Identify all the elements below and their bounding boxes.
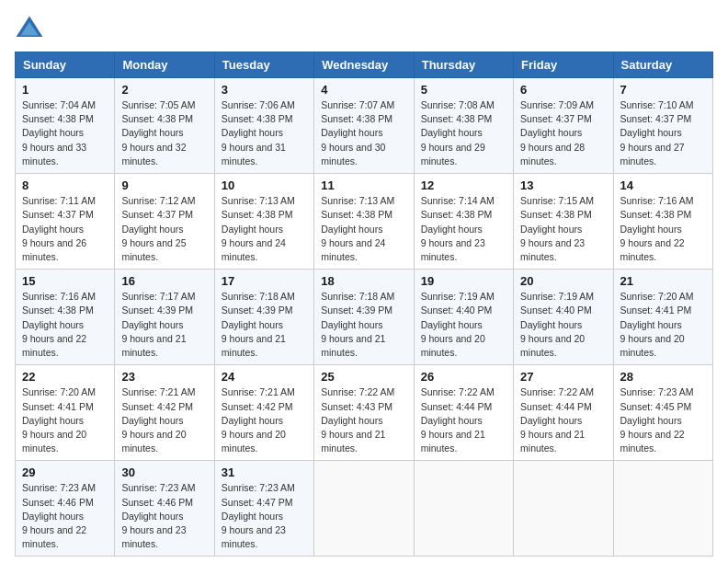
calendar-day-cell: 9 Sunrise: 7:12 AMSunset: 4:37 PMDayligh… xyxy=(115,174,214,270)
day-number: 9 xyxy=(121,178,207,192)
calendar-day-cell: 4 Sunrise: 7:07 AMSunset: 4:38 PMDayligh… xyxy=(314,78,414,174)
day-info: Sunrise: 7:20 AMSunset: 4:41 PMDaylight … xyxy=(620,291,694,358)
day-number: 11 xyxy=(321,178,406,192)
day-info: Sunrise: 7:23 AMSunset: 4:47 PMDaylight … xyxy=(222,482,295,549)
calendar-day-cell: 7 Sunrise: 7:10 AMSunset: 4:37 PMDayligh… xyxy=(613,78,712,174)
day-info: Sunrise: 7:08 AMSunset: 4:38 PMDaylight … xyxy=(421,99,495,167)
day-number: 20 xyxy=(520,274,606,288)
day-number: 18 xyxy=(321,274,406,288)
calendar-day-cell: 10 Sunrise: 7:13 AMSunset: 4:38 PMDaylig… xyxy=(214,174,313,270)
calendar-week-row: 29 Sunrise: 7:23 AMSunset: 4:46 PMDaylig… xyxy=(16,461,713,557)
day-info: Sunrise: 7:19 AMSunset: 4:40 PMDaylight … xyxy=(520,291,594,358)
day-number: 19 xyxy=(421,274,506,288)
calendar-body: 1 Sunrise: 7:04 AMSunset: 4:38 PMDayligh… xyxy=(16,78,713,557)
calendar-header-cell: Thursday xyxy=(414,52,513,78)
calendar-day-cell: 27 Sunrise: 7:22 AMSunset: 4:44 PMDaylig… xyxy=(514,365,613,461)
calendar-header-cell: Tuesday xyxy=(214,52,313,78)
calendar-week-row: 15 Sunrise: 7:16 AMSunset: 4:38 PMDaylig… xyxy=(16,270,713,365)
calendar-week-row: 22 Sunrise: 7:20 AMSunset: 4:41 PMDaylig… xyxy=(16,365,713,461)
day-info: Sunrise: 7:19 AMSunset: 4:40 PMDaylight … xyxy=(421,291,495,358)
day-info: Sunrise: 7:10 AMSunset: 4:37 PMDaylight … xyxy=(620,99,694,167)
day-number: 12 xyxy=(421,178,506,192)
day-number: 7 xyxy=(620,83,706,97)
day-number: 14 xyxy=(620,178,706,192)
day-number: 27 xyxy=(520,370,606,384)
header xyxy=(15,15,713,44)
day-info: Sunrise: 7:15 AMSunset: 4:38 PMDaylight … xyxy=(520,195,594,262)
day-info: Sunrise: 7:21 AMSunset: 4:42 PMDaylight … xyxy=(121,386,195,454)
calendar-week-row: 8 Sunrise: 7:11 AMSunset: 4:37 PMDayligh… xyxy=(16,174,713,270)
day-number: 28 xyxy=(620,370,706,384)
day-info: Sunrise: 7:17 AMSunset: 4:39 PMDaylight … xyxy=(121,291,195,358)
day-number: 16 xyxy=(121,274,207,288)
calendar-day-cell: 14 Sunrise: 7:16 AMSunset: 4:38 PMDaylig… xyxy=(613,174,712,270)
day-info: Sunrise: 7:13 AMSunset: 4:38 PMDaylight … xyxy=(321,195,394,262)
calendar-day-cell xyxy=(414,461,513,557)
day-info: Sunrise: 7:23 AMSunset: 4:46 PMDaylight … xyxy=(121,482,195,549)
day-number: 10 xyxy=(222,178,307,192)
day-number: 21 xyxy=(620,274,706,288)
day-info: Sunrise: 7:23 AMSunset: 4:45 PMDaylight … xyxy=(620,386,694,454)
calendar-day-cell: 25 Sunrise: 7:22 AMSunset: 4:43 PMDaylig… xyxy=(314,365,414,461)
calendar-table: SundayMondayTuesdayWednesdayThursdayFrid… xyxy=(15,52,713,557)
day-number: 22 xyxy=(22,370,108,384)
calendar-day-cell xyxy=(314,461,414,557)
calendar-day-cell: 20 Sunrise: 7:19 AMSunset: 4:40 PMDaylig… xyxy=(514,270,613,365)
day-info: Sunrise: 7:07 AMSunset: 4:38 PMDaylight … xyxy=(321,99,394,167)
logo-icon xyxy=(15,15,44,44)
day-number: 13 xyxy=(520,178,606,192)
calendar-day-cell: 3 Sunrise: 7:06 AMSunset: 4:38 PMDayligh… xyxy=(214,78,313,174)
calendar-header-cell: Sunday xyxy=(16,52,115,78)
day-info: Sunrise: 7:09 AMSunset: 4:37 PMDaylight … xyxy=(520,99,594,167)
calendar-header-cell: Saturday xyxy=(613,52,712,78)
day-number: 1 xyxy=(22,83,108,97)
day-info: Sunrise: 7:13 AMSunset: 4:38 PMDaylight … xyxy=(222,195,295,262)
calendar-day-cell: 2 Sunrise: 7:05 AMSunset: 4:38 PMDayligh… xyxy=(115,78,214,174)
day-number: 15 xyxy=(22,274,108,288)
calendar-day-cell: 15 Sunrise: 7:16 AMSunset: 4:38 PMDaylig… xyxy=(16,270,115,365)
calendar-day-cell: 16 Sunrise: 7:17 AMSunset: 4:39 PMDaylig… xyxy=(115,270,214,365)
calendar-day-cell: 8 Sunrise: 7:11 AMSunset: 4:37 PMDayligh… xyxy=(16,174,115,270)
calendar-day-cell: 1 Sunrise: 7:04 AMSunset: 4:38 PMDayligh… xyxy=(16,78,115,174)
calendar-header-row: SundayMondayTuesdayWednesdayThursdayFrid… xyxy=(16,52,713,78)
calendar-day-cell: 18 Sunrise: 7:18 AMSunset: 4:39 PMDaylig… xyxy=(314,270,414,365)
calendar-day-cell: 29 Sunrise: 7:23 AMSunset: 4:46 PMDaylig… xyxy=(16,461,115,557)
day-number: 2 xyxy=(121,83,207,97)
calendar-day-cell: 23 Sunrise: 7:21 AMSunset: 4:42 PMDaylig… xyxy=(115,365,214,461)
day-number: 26 xyxy=(421,370,506,384)
calendar-day-cell: 17 Sunrise: 7:18 AMSunset: 4:39 PMDaylig… xyxy=(214,270,313,365)
calendar-day-cell: 6 Sunrise: 7:09 AMSunset: 4:37 PMDayligh… xyxy=(514,78,613,174)
calendar-day-cell xyxy=(613,461,712,557)
day-info: Sunrise: 7:05 AMSunset: 4:38 PMDaylight … xyxy=(121,99,195,167)
day-number: 29 xyxy=(22,465,108,479)
day-info: Sunrise: 7:11 AMSunset: 4:37 PMDaylight … xyxy=(22,195,96,262)
calendar-day-cell xyxy=(514,461,613,557)
day-number: 23 xyxy=(121,370,207,384)
calendar-day-cell: 24 Sunrise: 7:21 AMSunset: 4:42 PMDaylig… xyxy=(214,365,313,461)
calendar-day-cell: 21 Sunrise: 7:20 AMSunset: 4:41 PMDaylig… xyxy=(613,270,712,365)
day-number: 24 xyxy=(222,370,307,384)
calendar-day-cell: 11 Sunrise: 7:13 AMSunset: 4:38 PMDaylig… xyxy=(314,174,414,270)
calendar-day-cell: 28 Sunrise: 7:23 AMSunset: 4:45 PMDaylig… xyxy=(613,365,712,461)
day-info: Sunrise: 7:23 AMSunset: 4:46 PMDaylight … xyxy=(22,482,96,549)
day-info: Sunrise: 7:14 AMSunset: 4:38 PMDaylight … xyxy=(421,195,495,262)
calendar-header-cell: Wednesday xyxy=(314,52,414,78)
calendar-header-cell: Friday xyxy=(514,52,613,78)
day-number: 4 xyxy=(321,83,406,97)
day-info: Sunrise: 7:04 AMSunset: 4:38 PMDaylight … xyxy=(22,99,96,167)
calendar-day-cell: 31 Sunrise: 7:23 AMSunset: 4:47 PMDaylig… xyxy=(214,461,313,557)
day-info: Sunrise: 7:18 AMSunset: 4:39 PMDaylight … xyxy=(321,291,394,358)
day-info: Sunrise: 7:06 AMSunset: 4:38 PMDaylight … xyxy=(222,99,295,167)
calendar-day-cell: 19 Sunrise: 7:19 AMSunset: 4:40 PMDaylig… xyxy=(414,270,513,365)
day-number: 25 xyxy=(321,370,406,384)
calendar-day-cell: 5 Sunrise: 7:08 AMSunset: 4:38 PMDayligh… xyxy=(414,78,513,174)
calendar-day-cell: 12 Sunrise: 7:14 AMSunset: 4:38 PMDaylig… xyxy=(414,174,513,270)
day-info: Sunrise: 7:22 AMSunset: 4:43 PMDaylight … xyxy=(321,386,394,454)
day-info: Sunrise: 7:22 AMSunset: 4:44 PMDaylight … xyxy=(421,386,495,454)
calendar-day-cell: 22 Sunrise: 7:20 AMSunset: 4:41 PMDaylig… xyxy=(16,365,115,461)
day-info: Sunrise: 7:20 AMSunset: 4:41 PMDaylight … xyxy=(22,386,96,454)
calendar-header-cell: Monday xyxy=(115,52,214,78)
day-info: Sunrise: 7:21 AMSunset: 4:42 PMDaylight … xyxy=(222,386,295,454)
day-number: 17 xyxy=(222,274,307,288)
day-info: Sunrise: 7:18 AMSunset: 4:39 PMDaylight … xyxy=(222,291,295,358)
